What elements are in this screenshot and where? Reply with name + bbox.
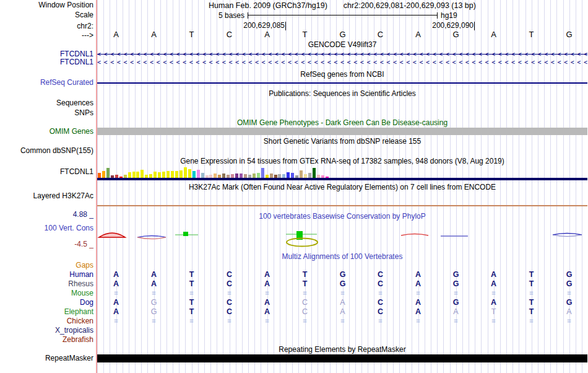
alignment-base: A	[98, 308, 135, 316]
alignment-base: =	[173, 317, 210, 325]
alignment-base: G	[136, 308, 173, 316]
multiz-species-elephant[interactable]: Elephant	[0, 308, 93, 316]
alignment-base: =	[287, 289, 324, 297]
alignment-base: A	[249, 271, 286, 279]
alignment-base: G	[551, 299, 588, 307]
alignment-base: =	[324, 317, 361, 325]
alignment-base: C	[211, 271, 248, 279]
alignment-base: A	[136, 280, 173, 288]
alignment-base: A	[136, 271, 173, 279]
conservation-shape	[99, 233, 125, 237]
alignment-base: =	[249, 317, 286, 325]
alignment-base: C	[287, 299, 324, 307]
alignment-base: A	[551, 308, 588, 316]
alignment-base: A	[400, 271, 437, 279]
alignment-base: G	[438, 299, 475, 307]
alignment-base: =	[287, 317, 324, 325]
multiz-species-x_tropicalis[interactable]: X_tropicalis	[0, 327, 93, 335]
alignment-base: =	[98, 289, 135, 297]
alignment-base: A	[98, 299, 135, 307]
alignment-base: C	[362, 299, 399, 307]
alignment-base: =	[400, 289, 437, 297]
alignment-base: A	[249, 308, 286, 316]
alignment-base: A	[475, 271, 512, 279]
conservation-shape	[183, 232, 188, 236]
alignment-base: =	[324, 289, 361, 297]
repeatmasker-element-bar[interactable]	[97, 354, 587, 362]
alignment-base: A	[98, 280, 135, 288]
alignment-base: G	[136, 299, 173, 307]
alignment-base: A	[98, 271, 135, 279]
alignment-base: =	[136, 289, 173, 297]
multiz-species-mouse[interactable]: Mouse	[0, 289, 93, 297]
conservation-shape	[553, 235, 582, 237]
alignment-base: A	[249, 280, 286, 288]
conservation-shape	[553, 234, 582, 235]
alignment-base: A	[438, 308, 475, 316]
conservation-shape	[401, 234, 428, 236]
alignment-base: A	[400, 299, 437, 307]
alignment-base: A	[400, 280, 437, 288]
alignment-base: C	[211, 308, 248, 316]
alignment-base: C	[211, 280, 248, 288]
conservation-shape	[137, 237, 166, 239]
alignment-base: T	[173, 308, 210, 316]
multiz-species-human[interactable]: Human	[0, 271, 93, 279]
alignment-base: T	[513, 308, 550, 316]
alignment-base: T	[173, 271, 210, 279]
alignment-base: =	[211, 289, 248, 297]
alignment-base: A	[475, 299, 512, 307]
alignment-base: =	[438, 317, 475, 325]
alignment-base: A	[324, 299, 361, 307]
alignment-base: G	[551, 280, 588, 288]
alignment-base: A	[324, 308, 361, 316]
alignment-base: =	[98, 317, 135, 325]
multiz-species-rhesus[interactable]: Rhesus	[0, 280, 93, 288]
alignment-base: T	[513, 280, 550, 288]
alignment-base: =	[551, 289, 588, 297]
alignment-base: C	[362, 280, 399, 288]
alignment-base: C	[362, 271, 399, 279]
alignment-base: =	[400, 317, 437, 325]
alignment-base: =	[249, 289, 286, 297]
alignment-base: =	[513, 289, 550, 297]
alignment-base: T	[173, 299, 210, 307]
alignment-base: T	[475, 308, 512, 316]
alignment-base: C	[211, 299, 248, 307]
alignment-base: G	[438, 280, 475, 288]
alignment-base: C	[362, 308, 399, 316]
alignment-base: T	[287, 271, 324, 279]
alignment-base: A	[475, 280, 512, 288]
alignment-base: =	[362, 317, 399, 325]
alignment-base: =	[136, 317, 173, 325]
alignment-base: =	[211, 317, 248, 325]
alignment-base: A	[249, 299, 286, 307]
repeatmasker-label[interactable]: RepeatMasker	[0, 354, 93, 362]
alignment-base: A	[400, 308, 437, 316]
alignment-base: =	[475, 317, 512, 325]
conservation-shape	[137, 236, 166, 238]
alignment-base: T	[513, 299, 550, 307]
multiz-species-dog[interactable]: Dog	[0, 299, 93, 307]
alignment-base: =	[475, 289, 512, 297]
alignment-base: =	[362, 289, 399, 297]
alignment-base: =	[438, 289, 475, 297]
alignment-base: T	[173, 280, 210, 288]
alignment-base: G	[551, 271, 588, 279]
genome-browser-view: Window Position Human Feb. 2009 (GRCh37/…	[0, 0, 588, 373]
alignment-base: =	[513, 317, 550, 325]
multiz-species-chicken[interactable]: Chicken	[0, 317, 93, 325]
repeatmasker-track-title: Repeating Elements by RepeatMasker	[97, 346, 587, 354]
multiz-track-title: Multiz Alignments of 100 Vertebrates	[97, 253, 587, 261]
alignment-base: G	[324, 271, 361, 279]
alignment-base: =	[551, 317, 588, 325]
alignment-base: C	[287, 308, 324, 316]
alignment-base: =	[173, 289, 210, 297]
multiz-species-gaps[interactable]: Gaps	[0, 261, 93, 270]
alignment-base: G	[324, 280, 361, 288]
alignment-base: T	[287, 280, 324, 288]
multiz-species-zebrafish[interactable]: Zebrafish	[0, 336, 93, 344]
alignment-base: T	[513, 271, 550, 279]
alignment-base: G	[438, 271, 475, 279]
